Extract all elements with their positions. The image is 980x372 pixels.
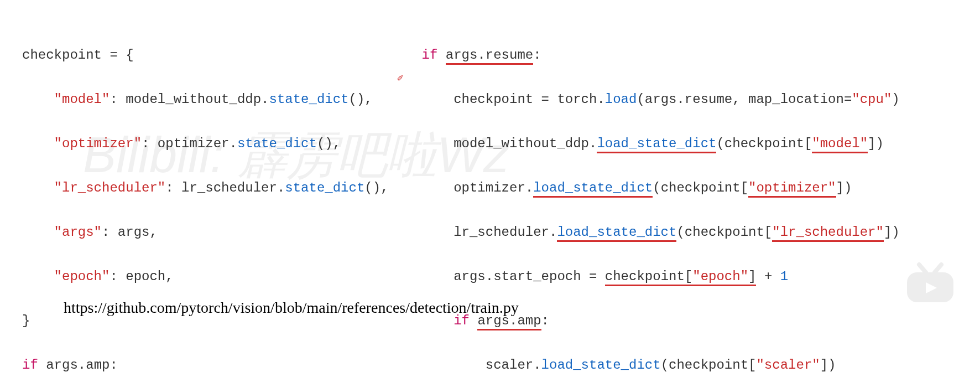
code-right-column: if args.resume: checkpoint = torch.load(… bbox=[422, 22, 958, 372]
code-text: : epoch, bbox=[110, 269, 173, 284]
code-text: optimizer. bbox=[453, 180, 533, 195]
code-keyword: if bbox=[422, 48, 438, 63]
code-method: state_dict bbox=[269, 92, 348, 107]
code-text: lr_scheduler. bbox=[453, 225, 557, 240]
code-line: if args.resume: bbox=[422, 44, 958, 66]
code-line: "model": model_without_ddp.state_dict(), bbox=[22, 89, 389, 111]
code-method: state_dict bbox=[285, 180, 364, 195]
code-line: "args": args, bbox=[22, 221, 389, 244]
code-string: "args" bbox=[54, 225, 102, 240]
code-string: "lr_scheduler" bbox=[54, 180, 166, 195]
cursor-icon: ✐ bbox=[397, 68, 403, 90]
code-text: ] bbox=[748, 269, 756, 286]
code-method: load_state_dict bbox=[533, 180, 653, 198]
code-text: ]) bbox=[820, 358, 836, 372]
code-line: scaler.load_state_dict(checkpoint["scale… bbox=[422, 354, 958, 372]
code-text: ]) bbox=[868, 136, 884, 151]
code-text: : bbox=[541, 313, 549, 328]
code-text: + bbox=[756, 269, 780, 284]
code-text: (checkpoint[ bbox=[716, 136, 812, 151]
code-method: load_state_dict bbox=[597, 136, 716, 153]
code-string: "epoch" bbox=[692, 269, 748, 286]
code-string: "optimizer" bbox=[54, 136, 142, 151]
code-text: args.start_epoch = bbox=[453, 269, 605, 284]
code-method: load_state_dict bbox=[541, 358, 661, 372]
code-line: model_without_ddp.load_state_dict(checkp… bbox=[422, 133, 958, 155]
code-string: "model" bbox=[54, 92, 110, 107]
code-text: model_without_ddp. bbox=[453, 136, 597, 151]
code-line: args.start_epoch = checkpoint["epoch"] +… bbox=[422, 266, 958, 288]
code-line: "optimizer": optimizer.state_dict(), bbox=[22, 133, 389, 155]
code-text: ]) bbox=[836, 180, 852, 195]
code-text: (checkpoint[ bbox=[653, 180, 748, 195]
code-line: optimizer.load_state_dict(checkpoint["op… bbox=[422, 177, 958, 199]
code-text bbox=[437, 48, 445, 63]
code-left-column: checkpoint = { "model": model_without_dd… bbox=[22, 22, 389, 372]
code-text: (), bbox=[317, 136, 341, 151]
code-text: ]) bbox=[884, 225, 900, 240]
code-string: "epoch" bbox=[54, 269, 110, 284]
code-text: : model_without_ddp. bbox=[110, 92, 269, 107]
code-line: "lr_scheduler": lr_scheduler.state_dict(… bbox=[22, 177, 389, 199]
code-line: "epoch": epoch, bbox=[22, 266, 389, 288]
code-string: "scaler" bbox=[756, 358, 820, 372]
code-text: args.resume bbox=[446, 48, 533, 65]
code-line: if args.amp: bbox=[22, 354, 389, 372]
code-text: : args, bbox=[102, 225, 158, 240]
code-line: checkpoint = { bbox=[22, 44, 389, 66]
code-line: lr_scheduler.load_state_dict(checkpoint[… bbox=[422, 221, 958, 244]
code-text: args.amp: bbox=[38, 358, 118, 372]
code-text: checkpoint[ bbox=[605, 269, 692, 286]
code-number: 1 bbox=[780, 269, 788, 284]
code-method: load bbox=[605, 92, 637, 107]
code-string: "optimizer" bbox=[748, 180, 836, 198]
code-string: "model" bbox=[812, 136, 868, 153]
code-method: load_state_dict bbox=[557, 225, 676, 242]
bilibili-tv-icon bbox=[903, 261, 958, 306]
code-text: (), bbox=[349, 92, 373, 107]
code-text: : bbox=[533, 48, 541, 63]
code-text: (checkpoint[ bbox=[661, 358, 757, 372]
code-text: checkpoint = { bbox=[22, 48, 134, 63]
code-method: state_dict bbox=[237, 136, 317, 151]
code-text: (checkpoint[ bbox=[676, 225, 772, 240]
code-text: scaler. bbox=[486, 358, 541, 372]
code-text: checkpoint = torch. bbox=[453, 92, 605, 107]
code-text: : optimizer. bbox=[142, 136, 237, 151]
code-line: checkpoint = torch.load(args.resume, map… bbox=[422, 89, 958, 111]
code-text: } bbox=[22, 313, 30, 328]
code-string: "cpu" bbox=[852, 92, 892, 107]
code-text: (args.resume, map_location= bbox=[637, 92, 852, 107]
code-string: "lr_scheduler" bbox=[772, 225, 884, 242]
code-keyword: if bbox=[22, 358, 38, 372]
source-link: https://github.com/pytorch/vision/blob/m… bbox=[64, 299, 519, 317]
code-text: : lr_scheduler. bbox=[165, 180, 285, 195]
code-text: ) bbox=[892, 92, 899, 107]
code-text: (), bbox=[364, 180, 388, 195]
